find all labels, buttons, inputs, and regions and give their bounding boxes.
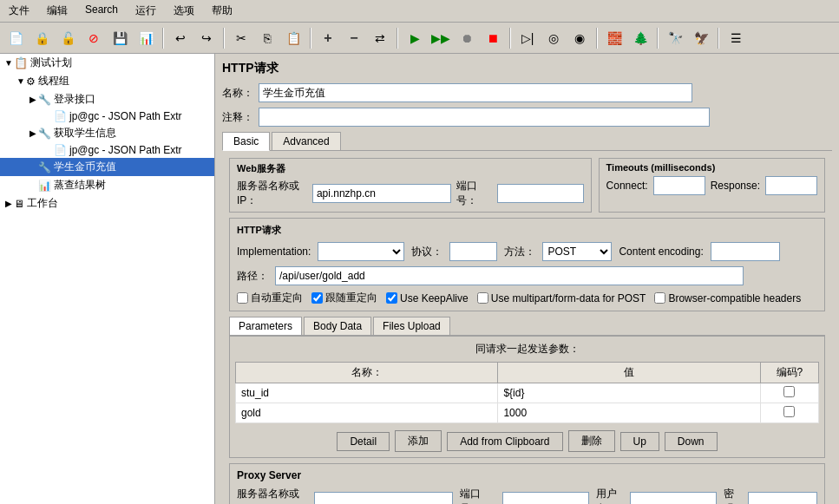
list-button[interactable]: ☰ bbox=[724, 26, 748, 50]
row1-encode bbox=[760, 383, 818, 403]
expander-thread-group[interactable]: ▼ bbox=[16, 76, 26, 86]
down-button[interactable]: Down bbox=[665, 432, 718, 451]
tab-body-data[interactable]: Body Data bbox=[304, 317, 371, 335]
open-button[interactable]: 🔒 bbox=[29, 26, 54, 50]
expander-workspace[interactable]: ▶ bbox=[3, 199, 14, 208]
server-input[interactable] bbox=[312, 184, 451, 203]
impl-select[interactable] bbox=[318, 242, 404, 261]
row2-encode bbox=[760, 403, 818, 423]
scope-button[interactable]: 🔭 bbox=[663, 26, 687, 50]
menu-options[interactable]: 选项 bbox=[168, 2, 200, 20]
tree-node-test-plan[interactable]: ▼ 📋 测试计划 bbox=[0, 54, 214, 72]
col-name-header: 名称： bbox=[236, 363, 498, 383]
method-select[interactable]: POST GET PUT DELETE bbox=[542, 242, 612, 261]
tree-label-json-path-1: jp@gc - JSON Path Extr bbox=[69, 110, 182, 122]
proxy-password-input[interactable] bbox=[748, 492, 817, 504]
cb-browser-compat-input[interactable] bbox=[654, 292, 665, 304]
main-container: ▼ 📋 测试计划 ▼ ⚙ 线程组 ▶ 🔧 登录接口 ▶ 📄 jp@gc - JS… bbox=[0, 54, 839, 504]
eagle-button[interactable]: 🦅 bbox=[689, 26, 713, 50]
cb-auto-redirect[interactable]: 自动重定向 bbox=[237, 291, 303, 305]
proxy-username-label: 用户名 bbox=[596, 487, 623, 504]
row1-encode-cb[interactable] bbox=[783, 386, 795, 397]
tree-node-login-api[interactable]: ▶ 🔧 登录接口 bbox=[0, 90, 214, 108]
row2-encode-cb[interactable] bbox=[783, 406, 795, 417]
response-input[interactable] bbox=[765, 176, 817, 195]
proxy-server-input[interactable] bbox=[314, 492, 453, 504]
expander-login-api[interactable]: ▶ bbox=[28, 95, 38, 104]
tree-node-thread-group[interactable]: ▼ ⚙ 线程组 bbox=[0, 72, 214, 90]
target2-button[interactable]: ◉ bbox=[567, 26, 592, 50]
step-button[interactable]: ▷| bbox=[515, 26, 540, 50]
method-label: 方法： bbox=[504, 245, 535, 259]
save-close-button[interactable]: 🔓 bbox=[56, 26, 80, 50]
tree-node-json-path-1[interactable]: ▶ 📄 jp@gc - JSON Path Extr bbox=[0, 108, 214, 124]
menu-help[interactable]: 帮助 bbox=[206, 2, 238, 20]
cb-multipart-input[interactable] bbox=[477, 292, 488, 304]
stop-button[interactable]: ⏹ bbox=[481, 26, 505, 50]
shuffle-button[interactable]: ⇄ bbox=[368, 26, 392, 50]
proxy-port-input[interactable] bbox=[502, 492, 589, 504]
tree-node-browse-tree[interactable]: ▶ 📊 蒸查结果树 bbox=[0, 176, 214, 194]
timeouts-title: Timeouts (milliseconds) bbox=[606, 162, 817, 173]
add-clipboard-button[interactable]: Add from Clipboard bbox=[447, 432, 562, 451]
table-row: gold 1000 bbox=[236, 403, 819, 423]
tab-advanced[interactable]: Advanced bbox=[272, 132, 340, 150]
cb-follow-redirect-input[interactable] bbox=[311, 292, 323, 304]
paste-button[interactable]: 📋 bbox=[281, 26, 305, 50]
protocol-input[interactable] bbox=[449, 242, 497, 261]
proxy-username-input[interactable] bbox=[630, 492, 717, 504]
port-input[interactable] bbox=[497, 184, 584, 203]
menu-file[interactable]: 文件 bbox=[3, 2, 35, 20]
cb-keepalive-input[interactable] bbox=[386, 292, 397, 304]
tree-label-thread-group: 线程组 bbox=[38, 74, 69, 88]
detail-button[interactable]: Detail bbox=[337, 432, 390, 451]
tab-basic-content: Web服务器 服务器名称或IP： 端口号： Timeouts (millisec… bbox=[222, 151, 832, 504]
up-button[interactable]: Up bbox=[620, 432, 659, 451]
proxy-row: 服务器名称或IP： 端口号： 用户名 密码 bbox=[237, 487, 817, 504]
redo-button[interactable]: ↪ bbox=[194, 26, 219, 50]
play-button[interactable]: ▶ bbox=[403, 26, 427, 50]
clear-button[interactable]: ⊘ bbox=[82, 26, 106, 50]
separator-2 bbox=[223, 28, 225, 49]
copy-button[interactable]: ⎘ bbox=[255, 26, 279, 50]
expander-get-student[interactable]: ▶ bbox=[28, 128, 38, 138]
delete-button[interactable]: 删除 bbox=[568, 430, 615, 452]
chart-button[interactable]: 📊 bbox=[134, 26, 158, 50]
separator-5 bbox=[509, 28, 511, 49]
cb-follow-redirect[interactable]: 跟随重定向 bbox=[311, 291, 377, 305]
tree-button[interactable]: 🌲 bbox=[628, 26, 652, 50]
comment-input[interactable] bbox=[259, 108, 710, 127]
tab-basic[interactable]: Basic bbox=[222, 132, 270, 151]
target-button[interactable]: ◎ bbox=[541, 26, 566, 50]
add-button[interactable]: + bbox=[316, 26, 340, 50]
fastforward-button[interactable]: ▶▶ bbox=[429, 26, 453, 50]
cb-keepalive[interactable]: Use KeepAlive bbox=[386, 292, 469, 304]
cb-multipart[interactable]: Use multipart/form-data for POST bbox=[477, 292, 646, 304]
block1-button[interactable]: 🧱 bbox=[602, 26, 626, 50]
path-input[interactable] bbox=[275, 266, 744, 285]
left-panel: ▼ 📋 测试计划 ▼ ⚙ 线程组 ▶ 🔧 登录接口 ▶ 📄 jp@gc - JS… bbox=[0, 54, 215, 504]
record-button[interactable]: ⏺ bbox=[455, 26, 479, 50]
cb-browser-compat[interactable]: Browser-compatible headers bbox=[654, 292, 801, 304]
remove-button[interactable]: − bbox=[342, 26, 366, 50]
encoding-input[interactable] bbox=[711, 242, 780, 261]
save-button[interactable]: 💾 bbox=[108, 26, 132, 50]
name-input[interactable] bbox=[259, 83, 692, 102]
tree-node-workspace[interactable]: ▶ 🖥 工作台 bbox=[0, 194, 214, 213]
undo-button[interactable]: ↩ bbox=[168, 26, 193, 50]
cb-auto-redirect-input[interactable] bbox=[237, 292, 248, 304]
tab-files-upload[interactable]: Files Upload bbox=[373, 317, 450, 335]
cut-button[interactable]: ✂ bbox=[229, 26, 253, 50]
expander-test-plan[interactable]: ▼ bbox=[3, 58, 14, 68]
new-button[interactable]: 📄 bbox=[3, 26, 28, 50]
menu-run[interactable]: 运行 bbox=[130, 2, 161, 20]
tab-parameters[interactable]: Parameters bbox=[229, 317, 302, 335]
tree-node-gold-recharge[interactable]: ▶ 🔧 学生金币充值 bbox=[0, 158, 214, 176]
add-param-button[interactable]: 添加 bbox=[395, 430, 442, 452]
menu-edit[interactable]: 编辑 bbox=[42, 2, 73, 20]
menu-search[interactable]: Search bbox=[80, 2, 123, 20]
connect-input[interactable] bbox=[653, 176, 705, 195]
row1-name: stu_id bbox=[236, 383, 498, 403]
tree-node-json-path-2[interactable]: ▶ 📄 jp@gc - JSON Path Extr bbox=[0, 142, 214, 158]
tree-node-get-student[interactable]: ▶ 🔧 获取学生信息 bbox=[0, 124, 214, 142]
